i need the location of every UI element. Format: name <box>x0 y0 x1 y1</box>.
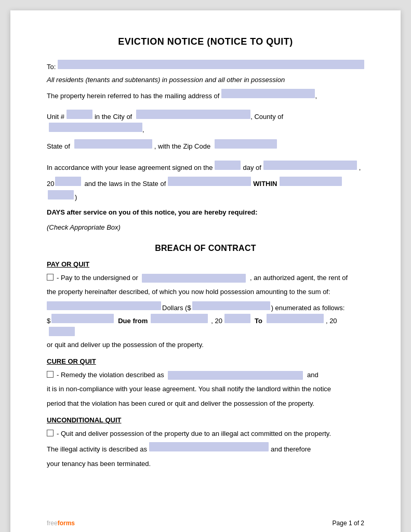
state-label: State of <box>47 140 70 152</box>
brand-free: free <box>47 520 58 527</box>
unconditional-text: - Quit and deliver possession of the pro… <box>57 428 331 440</box>
brand-forms: forms <box>58 520 75 527</box>
year-prefix: 20 <box>47 178 54 190</box>
comma-20-1: , 20 <box>211 315 222 327</box>
comma-20-2: , 20 <box>326 315 337 327</box>
check-box-note: (Check Appropriate Box) <box>47 222 364 234</box>
dollars-text-field[interactable] <box>47 301 161 310</box>
cure-or-quit-title: CURE OR QUIT <box>47 357 364 365</box>
from-date-field[interactable] <box>151 314 208 323</box>
to-label: To: <box>47 61 56 73</box>
dollar-sign: $ <box>47 315 50 327</box>
zip-label: , with the Zip Code <box>154 140 210 152</box>
from-year-field[interactable] <box>224 314 250 323</box>
to-line: To: <box>47 60 364 73</box>
to-label2: To <box>255 315 262 327</box>
residents-note: All residents (tenants and subtenants) i… <box>47 76 364 84</box>
illegal-field[interactable] <box>149 442 269 451</box>
pay-or-quit-checkbox[interactable] <box>47 274 54 281</box>
cure-para1: it is in non-compliance with your lease … <box>47 383 364 395</box>
lease-line1: In accordance with your lease agreement … <box>47 161 364 174</box>
breach-title: BREACH OF CONTRACT <box>47 244 364 253</box>
address-line3: State of , with the Zip Code <box>47 139 364 152</box>
pay-or-quit-checkbox-line: - Pay to the undersigned or , an authori… <box>47 272 364 284</box>
illegal-prefix: The illegal activity is described as <box>47 443 147 455</box>
day-label: day of <box>243 162 261 174</box>
days-text: DAYS after service on you of this notice… <box>47 206 258 218</box>
illegal-suffix: and therefore <box>271 443 311 455</box>
amount-field[interactable] <box>51 314 114 323</box>
address-line2: Unit # in the City of , County of , <box>47 110 364 136</box>
within-paren-field[interactable] <box>48 190 74 200</box>
lease-line3: DAYS after service on you of this notice… <box>47 206 364 218</box>
state-field[interactable] <box>74 139 152 149</box>
cure-para2: period that the violation has been cured… <box>47 398 364 410</box>
agent-name-field[interactable] <box>142 274 246 283</box>
address-field[interactable] <box>221 89 315 98</box>
address-prefix: The property herein referred to has the … <box>47 90 219 102</box>
page-number: Page 1 of 2 <box>333 520 364 527</box>
or-quit-text: or quit and deliver up the possession of… <box>47 339 364 351</box>
pay-or-quit-title: PAY OR QUIT <box>47 260 364 268</box>
county-field[interactable] <box>49 123 142 132</box>
zip-field[interactable] <box>215 139 277 149</box>
pay-or-quit-para: the property hereinafter described, of w… <box>47 286 364 298</box>
unconditional-checkbox-line: - Quit and deliver possession of the pro… <box>47 428 364 440</box>
due-from-line: $ Due from , 20 To , 20 <box>47 314 364 336</box>
lease-line2: 20 and the laws in the State of WITHIN ) <box>47 177 364 203</box>
dollars-amount-field[interactable] <box>192 301 270 310</box>
address-line1: The property herein referred to has the … <box>47 89 364 102</box>
county-label: , County of <box>250 111 283 123</box>
day-field[interactable] <box>215 161 241 170</box>
unit-field[interactable] <box>67 110 92 119</box>
footer: freeforms Page 1 of 2 <box>47 520 364 527</box>
cure-checkbox-line: - Remedy the violation described as and <box>47 369 364 381</box>
dollars-line: Dollars ($ ) enumerated as follows: <box>47 301 364 312</box>
unconditional-quit-title: UNCONDITIONAL QUIT <box>47 416 364 424</box>
enumerated-label: ) enumerated as follows: <box>271 304 345 312</box>
city-label: in the City of <box>95 111 132 123</box>
city-field[interactable] <box>136 110 250 119</box>
due-from-label: Due from <box>118 315 148 327</box>
lease-intro: In accordance with your lease agreement … <box>47 162 213 174</box>
within-days-field[interactable] <box>280 177 342 186</box>
illegal-activity-line: The illegal activity is described as and… <box>47 442 364 455</box>
state-laws: and the laws in the State of <box>84 178 166 190</box>
document-title: EVICTION NOTICE (NOTICE TO QUIT) <box>47 36 364 47</box>
unconditional-checkbox[interactable] <box>47 430 54 436</box>
violation-field[interactable] <box>168 371 303 380</box>
month-year-field[interactable] <box>263 161 357 170</box>
document-page: EVICTION NOTICE (NOTICE TO QUIT) To: All… <box>10 10 401 532</box>
unit-label: Unit # <box>47 111 64 123</box>
within-label: WITHIN <box>253 178 277 190</box>
brand: freeforms <box>47 520 75 527</box>
dollars-label: Dollars ($ <box>162 304 191 312</box>
cure-text: - Remedy the violation described as and <box>57 369 319 381</box>
to-year-field[interactable] <box>49 327 75 336</box>
state-laws-field[interactable] <box>168 177 251 186</box>
cure-checkbox[interactable] <box>47 371 54 378</box>
year-field[interactable] <box>55 177 81 186</box>
tenancy-terminated: your tenancy has been terminated. <box>47 458 364 470</box>
to-field[interactable] <box>58 60 364 69</box>
pay-or-quit-text: - Pay to the undersigned or , an authori… <box>57 272 348 284</box>
to-date-field[interactable] <box>267 314 324 323</box>
